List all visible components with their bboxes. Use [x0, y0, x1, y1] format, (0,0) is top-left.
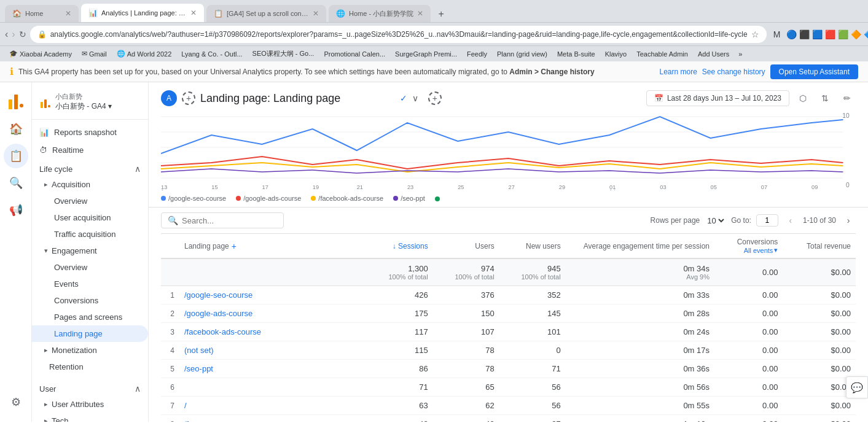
bookmark-lyang[interactable]: Lyang & Co. - Outl... — [177, 49, 246, 59]
ext-icon-4[interactable]: 🟥 — [825, 29, 835, 39]
user-attributes-item[interactable]: ▸ User Attributes — [32, 396, 148, 413]
legend-item-3[interactable]: /facebook-ads-course — [311, 195, 383, 202]
ext-icon-5[interactable]: 🟩 — [838, 29, 848, 39]
pagination-prev-button[interactable]: ‹ — [783, 213, 798, 228]
tab-ga4[interactable]: 📋 [GA4] Set up a scroll convers... ✕ — [206, 5, 326, 22]
row-num: 3 — [161, 323, 179, 341]
ext-icon-6[interactable]: 🔶 — [851, 29, 861, 39]
tab-home[interactable]: 🏠 Home ✕ — [5, 5, 79, 22]
open-setup-assistant-button[interactable]: Open Setup Assistant — [770, 64, 858, 79]
tab-xiaobai[interactable]: 🌐 Home - 小白新势学院 ✕ — [329, 5, 431, 22]
bookmark-addusers[interactable]: Add Users — [694, 49, 733, 59]
bookmark-star-icon[interactable]: ☆ — [751, 29, 759, 39]
pencil-icon[interactable]: ✏ — [839, 90, 856, 107]
bookmark-seo[interactable]: SEO课程大纲 - Go... — [248, 48, 319, 60]
user-acquisition-item[interactable]: User acquisition — [32, 209, 148, 226]
col-avgtime-header[interactable]: Average engagement time per session — [566, 234, 714, 259]
advertise-nav-icon[interactable]: 📢 — [4, 198, 28, 222]
back-button[interactable]: ‹ — [5, 26, 8, 43]
bookmark-klaviyo[interactable]: Klaviyo — [601, 49, 631, 59]
row-page[interactable]: / — [179, 397, 367, 415]
engagement-item[interactable]: ▾ Engagement — [32, 243, 148, 259]
bookmark-promo[interactable]: Promotional Calen... — [319, 49, 389, 59]
bookmark-teachable[interactable]: Teachable Admin — [632, 49, 692, 59]
col-conversions-header[interactable]: Conversions All events ▾ — [714, 234, 783, 259]
address-bar[interactable]: 🔒 analytics.google.com/analytics/web/?au… — [30, 26, 767, 43]
acquisition-overview-item[interactable]: Overview — [32, 193, 148, 209]
row-page[interactable]: /free-resources — [179, 415, 367, 422]
share-icon[interactable]: ⬡ — [794, 90, 811, 107]
forward-button[interactable]: › — [12, 26, 15, 43]
profile-icon[interactable]: M — [770, 28, 784, 41]
bookmark-plann[interactable]: Plann (grid view) — [493, 49, 552, 59]
pagination-next-button[interactable]: › — [841, 213, 856, 228]
bookmark-more[interactable]: » — [735, 49, 746, 59]
add-comparison-button[interactable]: + — [182, 91, 195, 105]
bookmark-feedly[interactable]: Feedly — [463, 49, 491, 59]
learn-more-link[interactable]: Learn more — [659, 68, 697, 76]
row-conversions: 0.00 — [714, 305, 783, 323]
ext-icon-1[interactable]: 🔵 — [786, 29, 797, 39]
col-newusers-header[interactable]: New users — [499, 234, 566, 259]
row-page[interactable]: /facebook-ads-course — [179, 323, 367, 341]
lifecycle-section-header[interactable]: Life cycle ∧ — [32, 159, 148, 176]
bookmark-xiaobai[interactable]: 🎓 Xiaobai Academy — [5, 49, 76, 59]
tab-ga4-close[interactable]: ✕ — [313, 9, 319, 18]
realtime-nav-item[interactable]: ⏱ Realtime — [32, 141, 148, 159]
admin-nav-icon[interactable]: ⚙ — [4, 390, 28, 414]
legend-item-2[interactable]: /google-ads-course — [236, 195, 301, 202]
help-chat-button[interactable]: 💬 — [846, 376, 868, 398]
explore-nav-icon[interactable]: 🔍 — [4, 171, 28, 195]
all-events-dropdown[interactable]: All events ▾ — [719, 246, 778, 254]
account-info[interactable]: 小白新势 小白新势 - GA4 ▾ — [32, 87, 148, 120]
bookmark-adworld[interactable]: 🌐 Ad World 2022 — [112, 49, 176, 59]
compare-icon[interactable]: ⇅ — [816, 90, 834, 107]
row-page[interactable]: /google-ads-course — [179, 305, 367, 323]
bookmark-gmail[interactable]: ✉ Gmail — [77, 49, 111, 59]
events-item[interactable]: Events — [32, 276, 148, 292]
col-users-header[interactable]: Users — [433, 234, 499, 259]
row-page[interactable]: /seo-ppt — [179, 360, 367, 378]
reload-button[interactable]: ↻ — [19, 26, 26, 43]
user-section-header[interactable]: User ∧ — [32, 379, 148, 396]
reports-snapshot-item[interactable]: 📊 Reports snapshot — [32, 123, 148, 141]
landing-page-item[interactable]: Landing page — [32, 325, 148, 342]
row-page[interactable] — [179, 378, 367, 397]
tab-analytics-close[interactable]: ✕ — [190, 9, 197, 17]
home-nav-icon[interactable]: 🏠 — [4, 117, 28, 141]
table-search-box[interactable]: 🔍 — [161, 212, 284, 228]
see-change-history-link[interactable]: See change history — [702, 68, 765, 76]
add-to-report-button[interactable]: + — [428, 91, 442, 105]
reports-nav-icon[interactable]: 📋 — [4, 144, 28, 168]
title-expand-icon[interactable]: ∨ — [412, 93, 418, 103]
goto-input[interactable] — [756, 214, 778, 227]
acquisition-item[interactable]: ▸ Acquisition — [32, 176, 148, 193]
new-tab-button[interactable]: + — [433, 6, 449, 22]
tab-analytics[interactable]: 📊 Analytics | Landing page: Land... ✕ — [81, 4, 204, 22]
col-sessions-header[interactable]: ↓ Sessions — [367, 234, 433, 259]
tab-xiaobai-close[interactable]: ✕ — [417, 9, 423, 18]
legend-item-4[interactable]: /seo-ppt — [393, 195, 425, 202]
traffic-acquisition-item[interactable]: Traffic acquisition — [32, 226, 148, 243]
conversions-item[interactable]: Conversions — [32, 292, 148, 309]
table-search-input[interactable] — [182, 216, 277, 225]
col-page-header[interactable]: Landing page + — [179, 234, 367, 259]
pages-screens-item[interactable]: Pages and screens — [32, 309, 148, 325]
ext-icon-7[interactable]: 🔷 — [864, 29, 868, 39]
row-page[interactable]: (not set) — [179, 341, 367, 360]
monetization-item[interactable]: ▸ Monetization — [32, 342, 148, 359]
date-range-picker[interactable]: 📅 Last 28 days Jun 13 – Jul 10, 2023 — [646, 90, 789, 106]
legend-item-1[interactable]: /google-seo-course — [161, 195, 226, 202]
add-col-button[interactable]: + — [232, 241, 237, 251]
row-page[interactable]: /google-seo-course — [179, 286, 367, 305]
engagement-overview-item[interactable]: Overview — [32, 259, 148, 276]
retention-item[interactable]: Retention — [32, 359, 148, 375]
rows-per-page-select[interactable]: 10 25 50 — [705, 215, 726, 226]
ext-icon-2[interactable]: ⬛ — [799, 29, 810, 39]
bookmark-meta[interactable]: Meta B-suite — [553, 49, 600, 59]
bookmark-surge[interactable]: SurgeGraph Premi... — [391, 49, 461, 59]
tab-home-close[interactable]: ✕ — [65, 9, 71, 18]
tech-item[interactable]: ▸ Tech — [32, 413, 148, 422]
col-revenue-header[interactable]: Total revenue — [783, 234, 856, 259]
ext-icon-3[interactable]: 🟦 — [812, 29, 823, 39]
